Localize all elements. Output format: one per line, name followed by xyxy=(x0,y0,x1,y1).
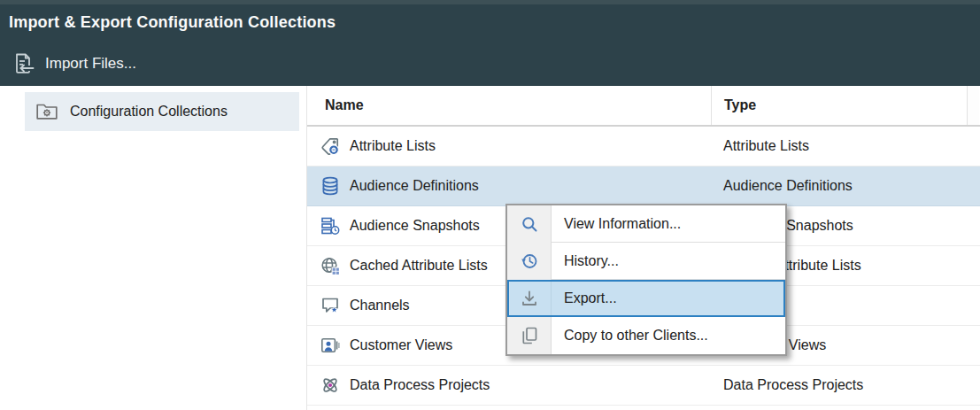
menu-item-view-information[interactable]: View Information... xyxy=(507,205,785,243)
import-files-icon xyxy=(11,51,35,76)
toolbar: Import Files... xyxy=(0,41,980,86)
row-name: Audience Definitions xyxy=(350,178,479,194)
database-icon xyxy=(320,175,341,197)
row-name: Attribute Lists xyxy=(350,138,436,154)
row-type: Data Process Projects xyxy=(711,377,980,393)
channel-star-icon xyxy=(320,295,341,316)
download-icon xyxy=(507,280,552,317)
row-type: Audience Definitions xyxy=(711,178,980,194)
globe-cache-icon xyxy=(320,255,341,276)
column-header-name[interactable]: Name xyxy=(307,86,711,125)
process-orbit-icon xyxy=(320,375,341,396)
menu-item-label: Copy to other Clients... xyxy=(552,317,785,354)
table-row-selected[interactable]: Audience Definitions Audience Definition… xyxy=(307,166,980,206)
menu-item-label: Export... xyxy=(552,280,785,317)
import-files-button[interactable]: Import Files... xyxy=(11,51,136,76)
column-header-type[interactable]: Type xyxy=(711,86,967,125)
context-menu: View Information... History... Export... xyxy=(505,204,787,356)
row-name: Customer Views xyxy=(350,337,452,353)
snapshot-list-icon xyxy=(320,215,341,236)
menu-item-copy-to-other-clients[interactable]: Copy to other Clients... xyxy=(507,317,785,354)
row-name: Channels xyxy=(350,298,410,313)
menu-item-label: View Information... xyxy=(552,205,785,243)
history-icon xyxy=(507,243,552,280)
menu-item-history[interactable]: History... xyxy=(507,243,785,280)
row-type: Attribute Lists xyxy=(711,138,980,154)
tag-icon xyxy=(320,135,341,157)
table-header-gutter xyxy=(967,86,979,125)
table-header: Name Type xyxy=(307,86,980,127)
app-header: Import & Export Configuration Collection… xyxy=(0,0,980,86)
search-icon xyxy=(507,205,552,243)
customer-card-icon xyxy=(320,335,341,356)
sidebar-item-label: Configuration Collections xyxy=(70,104,228,120)
folder-gear-icon xyxy=(35,101,58,122)
content-area: Configuration Collections Name Type xyxy=(0,86,980,410)
row-name: Cached Attribute Lists xyxy=(350,258,488,274)
table-row[interactable]: Data Process Projects Data Process Proje… xyxy=(307,366,980,406)
menu-item-label: History... xyxy=(552,243,785,280)
sidebar-item-configuration-collections[interactable]: Configuration Collections xyxy=(25,92,299,131)
table-row[interactable]: Attribute Lists Attribute Lists xyxy=(307,127,980,166)
copy-icon xyxy=(507,317,552,354)
row-name: Data Process Projects xyxy=(350,377,490,393)
page-title: Import & Export Configuration Collection… xyxy=(9,13,336,32)
titlebar: Import & Export Configuration Collection… xyxy=(0,4,980,41)
import-files-label: Import Files... xyxy=(45,55,136,73)
row-name: Audience Snapshots xyxy=(350,218,480,234)
sidebar: Configuration Collections xyxy=(0,86,307,410)
menu-item-export[interactable]: Export... xyxy=(507,280,785,317)
